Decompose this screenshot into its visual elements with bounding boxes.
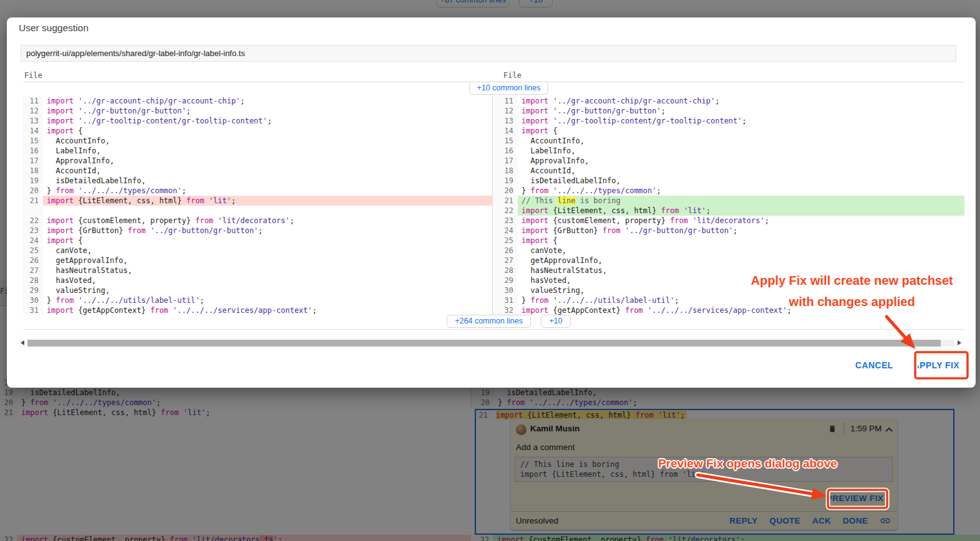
diff-line: 11import '../gr-account-chip/gr-account-…	[23, 96, 492, 106]
code-text: import {GrButton} from '../gr-button/gr-…	[43, 226, 492, 236]
code-text: valueString,	[43, 285, 492, 295]
code-text: import '../gr-account-chip/gr-account-ch…	[518, 96, 964, 106]
diff-line: 32import {getAppContext} from '../../../…	[493, 305, 964, 315]
code-text: AccountId,	[518, 166, 964, 176]
code-text: LabelInfo,	[518, 146, 964, 156]
diff-line: 25import {	[493, 236, 964, 246]
code-text: import '../gr-tooltip-content/gr-tooltip…	[518, 116, 964, 126]
code-text: import '../gr-button/gr-button';	[518, 106, 964, 116]
line-number: 22	[23, 216, 43, 226]
code-text: canVote,	[518, 246, 964, 256]
code-text: import {LitElement, css, html} from 'lit…	[43, 196, 492, 206]
diff-line: 23import {GrButton} from '../gr-button/g…	[23, 226, 492, 236]
code-text: getApprovalInfo,	[518, 256, 964, 266]
line-number: 14	[23, 126, 43, 136]
line-number: 17	[23, 156, 43, 166]
code-text: hasVoted,	[518, 275, 964, 285]
line-number: 31	[493, 295, 518, 305]
line-number: 15	[493, 136, 518, 146]
diff-line: 20} from '../../../types/common';	[23, 186, 492, 196]
diff-line: 28 hasNeutralStatus,	[493, 266, 964, 275]
apply-fix-button[interactable]: APPLY FIX	[912, 359, 961, 371]
code-text: import {	[43, 236, 492, 246]
code-text	[43, 206, 492, 216]
line-number: 26	[23, 256, 43, 266]
code-text: isDetailedLabelInfo,	[518, 176, 964, 186]
code-text: import {	[518, 236, 964, 246]
line-number: 12	[493, 106, 518, 116]
line-number	[23, 206, 43, 216]
scrollbar-thumb[interactable]	[27, 340, 941, 347]
code-text: AccountId,	[43, 166, 492, 176]
right-file-header: File	[492, 70, 964, 82]
diff-line: 21import {LitElement, css, html} from 'l…	[23, 196, 492, 206]
code-text: import {getAppContext} from '../../../se…	[518, 305, 964, 315]
common-lines-expander-chip[interactable]: +264 common lines	[447, 315, 531, 328]
diff-line: 16 LabelInfo,	[23, 146, 492, 156]
left-file-header: File	[23, 70, 492, 82]
scroll-right-arrow-icon[interactable]	[958, 340, 961, 345]
diff-line: 14import {	[23, 126, 492, 136]
common-lines-expander-chip[interactable]: +10 common lines	[469, 82, 549, 95]
code-text: import {LitElement, css, html} from 'lit…	[518, 206, 964, 216]
code-text: } from '../../../types/common';	[518, 186, 964, 196]
diff-line: 15 AccountInfo,	[23, 136, 492, 146]
diff-line: 14import {	[493, 126, 964, 136]
line-number: 25	[493, 236, 518, 246]
diff-table: File File +10 common lines 11import '../…	[23, 70, 964, 330]
diff-filler-row	[23, 206, 492, 216]
code-text: import '../gr-tooltip-content/gr-tooltip…	[43, 116, 492, 126]
diff-line: 27 getApprovalInfo,	[493, 256, 964, 266]
code-text: valueString,	[518, 285, 964, 295]
diff-line: 18 AccountId,	[23, 166, 492, 176]
code-text: isDetailedLabelInfo,	[43, 176, 492, 186]
cancel-button[interactable]: CANCEL	[854, 359, 895, 371]
scrollbar-track[interactable]	[27, 340, 954, 347]
horizontal-scrollbar[interactable]	[21, 338, 961, 347]
line-number: 29	[23, 285, 43, 295]
diff-line: 17 ApprovalInfo,	[23, 156, 492, 166]
line-number: 25	[23, 246, 43, 256]
code-text: import {GrButton} from '../gr-button/gr-…	[518, 226, 964, 236]
line-number: 13	[493, 116, 518, 126]
diff-line: 15 AccountInfo,	[493, 136, 964, 146]
line-number: 23	[23, 226, 43, 236]
diff-line: 19 isDetailedLabelInfo,	[493, 176, 964, 186]
diff-line: 30 valueString,	[493, 285, 964, 295]
scroll-left-arrow-icon[interactable]	[21, 340, 24, 345]
line-number: 13	[23, 116, 43, 126]
code-text: ApprovalInfo,	[43, 156, 492, 166]
diff-line: 22import {customElement, property} from …	[23, 216, 492, 226]
user-suggestion-dialog: User suggestion polygerrit-ui/app/elemen…	[7, 17, 976, 388]
file-path-field: polygerrit-ui/app/elements/shared/gr-lab…	[21, 45, 956, 62]
code-text: import {	[43, 126, 492, 136]
expand-ten-lines-chip[interactable]: +10	[541, 315, 570, 328]
line-number: 19	[23, 176, 43, 186]
line-number: 11	[23, 96, 43, 106]
line-number: 11	[493, 96, 518, 106]
line-number: 32	[493, 305, 518, 315]
diff-line: 13import '../gr-tooltip-content/gr-toolt…	[23, 116, 492, 126]
dialog-title: User suggestion	[19, 22, 88, 34]
diff-line: 29 hasVoted,	[493, 275, 964, 285]
diff-pane-left: 11import '../gr-account-chip/gr-account-…	[23, 96, 492, 315]
diff-line: 19 isDetailedLabelInfo,	[23, 176, 492, 186]
diff-line: 26 getApprovalInfo,	[23, 256, 492, 266]
code-text: } from '../../../utils/label-util';	[43, 295, 492, 305]
line-number: 15	[23, 136, 43, 146]
code-text: import '../gr-account-chip/gr-account-ch…	[43, 96, 492, 106]
code-text: import {customElement, property} from 'l…	[518, 216, 964, 226]
line-number: 28	[493, 266, 518, 275]
diff-line: 31import {getAppContext} from '../../../…	[23, 305, 492, 315]
line-number: 18	[493, 166, 518, 176]
line-number: 14	[493, 126, 518, 136]
code-text: import '../gr-button/gr-button';	[43, 106, 492, 116]
diff-line: 31} from '../../../utils/label-util';	[493, 295, 964, 305]
code-text: canVote,	[43, 246, 492, 256]
code-text: ApprovalInfo,	[518, 156, 964, 166]
diff-line: 23import {customElement, property} from …	[493, 216, 964, 226]
code-text: } from '../../../types/common';	[43, 186, 492, 196]
line-number: 31	[23, 305, 43, 315]
line-number: 17	[493, 156, 518, 166]
line-number: 22	[493, 206, 518, 216]
